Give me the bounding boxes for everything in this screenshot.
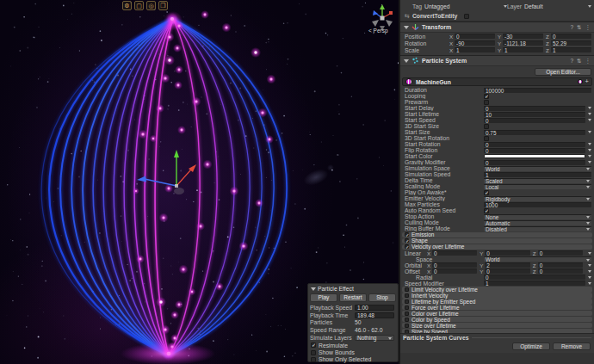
module-bar[interactable]: ✓Shape: [402, 238, 592, 244]
chevron-down-icon[interactable]: [588, 113, 591, 115]
panel-checkbox-row[interactable]: Show Only Selected: [310, 356, 396, 363]
particle-system-header[interactable]: Particle System ? ⇅ ⋮: [400, 55, 594, 66]
module-checkbox[interactable]: ✓: [405, 238, 409, 243]
value-field[interactable]: -90: [455, 40, 495, 46]
layer-dropdown[interactable]: Default: [524, 3, 591, 9]
chevron-down-icon[interactable]: [588, 276, 591, 279]
enum-dropdown[interactable]: None: [484, 214, 591, 219]
value-field[interactable]: 1: [455, 47, 495, 52]
component-checkbox[interactable]: [464, 14, 469, 19]
value-field[interactable]: 0.75: [484, 130, 585, 135]
module-checkbox[interactable]: ✓: [405, 244, 409, 249]
value-field[interactable]: 0: [538, 262, 583, 268]
perspective-label[interactable]: < Persp: [368, 28, 388, 34]
module-bar[interactable]: Color by Speed: [402, 317, 592, 322]
module-bar[interactable]: ✓Velocity over Lifetime: [402, 244, 592, 250]
value-field[interactable]: 0: [484, 275, 585, 280]
chevron-down-icon[interactable]: [388, 337, 392, 340]
property-checkbox[interactable]: ✓: [484, 190, 489, 195]
value-field[interactable]: 1: [551, 47, 591, 52]
value-field[interactable]: 1: [484, 281, 585, 286]
value-field[interactable]: 0: [484, 118, 585, 123]
panel-value-field[interactable]: 1.00: [355, 305, 394, 311]
value-field[interactable]: 0: [551, 34, 591, 39]
enum-dropdown[interactable]: Automatic: [484, 220, 591, 225]
module-checkbox[interactable]: [405, 312, 409, 316]
particle-effect-title-row[interactable]: Particle Effect: [310, 285, 396, 293]
value-field[interactable]: 0: [455, 34, 495, 39]
value-field[interactable]: 100000: [484, 88, 591, 93]
orbit-view-icon[interactable]: ◎: [146, 1, 156, 10]
chevron-down-icon[interactable]: [586, 228, 590, 231]
value-field[interactable]: 0: [432, 262, 477, 268]
panel-checkbox[interactable]: [311, 350, 316, 355]
value-field[interactable]: 0: [538, 250, 583, 256]
help-icon[interactable]: ?: [570, 24, 573, 30]
tag-dropdown[interactable]: Untagged: [424, 3, 507, 9]
module-bar[interactable]: Limit Velocity over Lifetime: [402, 287, 592, 292]
enum-dropdown[interactable]: Disabled: [484, 226, 591, 231]
chevron-down-icon[interactable]: [588, 131, 591, 133]
value-field[interactable]: 0: [538, 268, 583, 274]
chevron-down-icon[interactable]: [586, 198, 590, 201]
value-field[interactable]: 0: [484, 142, 585, 147]
value-field[interactable]: -1121.18: [503, 40, 543, 46]
rect-select-icon[interactable]: ▢: [134, 1, 144, 10]
enum-dropdown[interactable]: Rigidbody: [484, 196, 591, 201]
chevron-down-icon[interactable]: [588, 149, 591, 151]
chevron-down-icon[interactable]: [586, 186, 590, 188]
module-checkbox[interactable]: [405, 299, 409, 304]
open-editor-button[interactable]: Open Editor...: [535, 68, 591, 76]
presets-icon[interactable]: ⇅: [577, 24, 581, 31]
scene-view[interactable]: ⚙▢◎❒ < Persp Particle Effect Play Restar…: [0, 0, 399, 364]
chevron-down-icon[interactable]: [586, 180, 590, 182]
enum-dropdown[interactable]: Local: [484, 184, 591, 189]
value-field[interactable]: 1: [503, 47, 543, 52]
enum-dropdown[interactable]: World: [484, 256, 591, 262]
foldout-icon[interactable]: [311, 287, 316, 291]
module-bar[interactable]: Color over Lifetime: [402, 311, 592, 316]
transform-header[interactable]: Transform ? ⇅ ⋮: [400, 22, 594, 33]
chevron-down-icon[interactable]: [588, 252, 591, 255]
enum-dropdown[interactable]: World: [484, 166, 591, 171]
module-checkbox[interactable]: [405, 293, 409, 298]
module-bar[interactable]: ✓Emission: [402, 232, 592, 238]
module-checkbox[interactable]: [405, 287, 409, 292]
value-field[interactable]: 1: [484, 172, 591, 177]
gizmo-gear-icon[interactable]: ⚙: [122, 1, 132, 10]
optimize-button[interactable]: Optimize: [512, 342, 550, 350]
value-field[interactable]: 2: [485, 262, 529, 268]
layers-icon[interactable]: ❒: [158, 1, 168, 10]
module-checkbox[interactable]: ✓: [405, 232, 409, 237]
module-bar[interactable]: Force over Lifetime: [402, 305, 592, 310]
restart-button[interactable]: Restart: [339, 293, 367, 302]
foldout-icon[interactable]: [404, 59, 409, 63]
property-checkbox[interactable]: ✓: [484, 94, 489, 99]
menu-icon[interactable]: ⋮: [585, 58, 591, 65]
add-icon[interactable]: +: [585, 79, 589, 84]
chevron-down-icon[interactable]: [588, 143, 591, 145]
help-icon[interactable]: ?: [570, 58, 573, 64]
value-field[interactable]: 52.29: [551, 40, 591, 46]
value-field[interactable]: 10: [484, 112, 585, 117]
remove-button[interactable]: Remove: [553, 342, 591, 350]
chevron-down-icon[interactable]: [588, 264, 591, 267]
module-checkbox[interactable]: [405, 324, 409, 328]
chevron-down-icon[interactable]: [586, 168, 590, 170]
play-button[interactable]: Play: [310, 293, 337, 302]
module-bar[interactable]: Size over Lifetime: [402, 323, 592, 328]
value-field[interactable]: 0: [432, 268, 477, 274]
convert-to-entity-component[interactable]: ⇆ ConvertToEntity: [400, 11, 594, 22]
chevron-down-icon[interactable]: [588, 270, 591, 273]
value-field[interactable]: -30: [503, 34, 543, 39]
foldout-icon[interactable]: [404, 26, 409, 29]
menu-icon[interactable]: ⋮: [585, 24, 591, 31]
stop-button[interactable]: Stop: [368, 293, 396, 302]
module-bar[interactable]: Inherit Velocity: [402, 293, 592, 298]
chevron-down-icon[interactable]: [588, 282, 591, 285]
panel-value-field[interactable]: 189.48: [355, 312, 394, 318]
property-checkbox[interactable]: ✓: [484, 208, 489, 213]
property-checkbox[interactable]: [484, 124, 489, 129]
value-field[interactable]: 0: [485, 250, 529, 256]
value-field[interactable]: 0: [484, 106, 585, 111]
